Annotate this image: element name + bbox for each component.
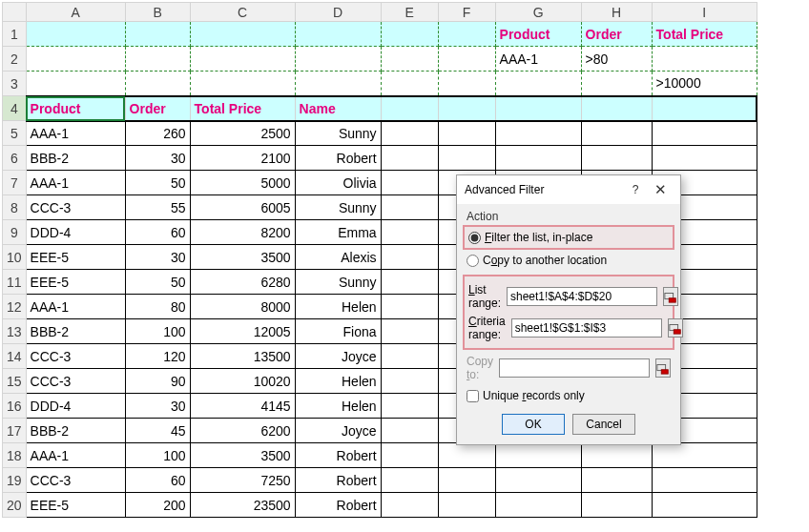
cell-A11[interactable]: EEE-5 bbox=[26, 270, 125, 295]
cell-A18[interactable]: AAA-1 bbox=[26, 443, 125, 468]
row-header-12[interactable]: 12 bbox=[3, 295, 27, 319]
cell-E9[interactable] bbox=[381, 220, 438, 245]
cell-D19[interactable]: Robert bbox=[295, 468, 381, 493]
cell-H6[interactable] bbox=[581, 146, 652, 171]
cell-F3[interactable] bbox=[438, 72, 495, 96]
cell-D13[interactable]: Fiona bbox=[295, 319, 381, 344]
cell-D17[interactable]: Joyce bbox=[295, 419, 381, 443]
criteria-range-picker[interactable] bbox=[668, 318, 683, 338]
row-header-7[interactable]: 7 bbox=[3, 171, 27, 195]
cell-E4[interactable] bbox=[381, 96, 438, 121]
copy-to-picker[interactable] bbox=[655, 358, 671, 378]
cell-A2[interactable] bbox=[26, 47, 125, 72]
cell-A4[interactable]: Product bbox=[26, 96, 125, 121]
cell-F18[interactable] bbox=[438, 443, 495, 468]
cell-A15[interactable]: CCC-3 bbox=[26, 369, 125, 394]
cell-B1[interactable] bbox=[125, 22, 190, 47]
cell-D10[interactable]: Alexis bbox=[295, 245, 381, 270]
cell-A12[interactable]: AAA-1 bbox=[26, 295, 125, 319]
row-header-5[interactable]: 5 bbox=[3, 121, 27, 146]
cell-C2[interactable] bbox=[190, 47, 295, 72]
col-header-B[interactable]: B bbox=[125, 3, 190, 22]
cell-B20[interactable]: 200 bbox=[125, 493, 190, 518]
cell-B7[interactable]: 50 bbox=[125, 171, 190, 195]
cell-G2[interactable]: AAA-1 bbox=[495, 47, 581, 72]
criteria-range-input[interactable] bbox=[511, 318, 662, 338]
cell-H1[interactable]: Order bbox=[581, 22, 652, 47]
row-header-15[interactable]: 15 bbox=[3, 369, 27, 394]
cell-F1[interactable] bbox=[438, 22, 495, 47]
cell-D7[interactable]: Olivia bbox=[295, 171, 381, 195]
cell-D3[interactable] bbox=[295, 72, 381, 96]
cell-A3[interactable] bbox=[26, 72, 125, 96]
cell-A8[interactable]: CCC-3 bbox=[26, 195, 125, 220]
cell-G3[interactable] bbox=[495, 72, 581, 96]
cell-D16[interactable]: Helen bbox=[295, 394, 381, 419]
cell-C9[interactable]: 8200 bbox=[190, 220, 295, 245]
cell-C16[interactable]: 4145 bbox=[190, 394, 295, 419]
col-header-I[interactable]: I bbox=[652, 3, 757, 22]
cell-E16[interactable] bbox=[381, 394, 438, 419]
cell-C13[interactable]: 12005 bbox=[190, 319, 295, 344]
row-header-19[interactable]: 19 bbox=[3, 468, 27, 493]
cell-C3[interactable] bbox=[190, 72, 295, 96]
cell-D11[interactable]: Sunny bbox=[295, 270, 381, 295]
cell-F2[interactable] bbox=[438, 47, 495, 72]
ok-button[interactable]: OK bbox=[502, 414, 565, 435]
cell-E7[interactable] bbox=[381, 171, 438, 195]
cell-D2[interactable] bbox=[295, 47, 381, 72]
row-header-13[interactable]: 13 bbox=[3, 319, 27, 344]
cell-E8[interactable] bbox=[381, 195, 438, 220]
cell-B19[interactable]: 60 bbox=[125, 468, 190, 493]
cell-E10[interactable] bbox=[381, 245, 438, 270]
cell-B13[interactable]: 100 bbox=[125, 319, 190, 344]
cell-D20[interactable]: Robert bbox=[295, 493, 381, 518]
cell-F5[interactable] bbox=[438, 121, 495, 146]
cell-A13[interactable]: BBB-2 bbox=[26, 319, 125, 344]
cell-G6[interactable] bbox=[495, 146, 581, 171]
row-header-16[interactable]: 16 bbox=[3, 394, 27, 419]
cell-C4[interactable]: Total Price bbox=[190, 96, 295, 121]
cell-G1[interactable]: Product bbox=[495, 22, 581, 47]
cell-D5[interactable]: Sunny bbox=[295, 121, 381, 146]
cell-C1[interactable] bbox=[190, 22, 295, 47]
col-header-G[interactable]: G bbox=[495, 3, 581, 22]
cell-D1[interactable] bbox=[295, 22, 381, 47]
cell-B17[interactable]: 45 bbox=[125, 419, 190, 443]
cell-E17[interactable] bbox=[381, 419, 438, 443]
cell-E12[interactable] bbox=[381, 295, 438, 319]
cell-F6[interactable] bbox=[438, 146, 495, 171]
cell-B11[interactable]: 50 bbox=[125, 270, 190, 295]
cell-E5[interactable] bbox=[381, 121, 438, 146]
row-header-17[interactable]: 17 bbox=[3, 419, 27, 443]
cell-A19[interactable]: CCC-3 bbox=[26, 468, 125, 493]
help-button[interactable]: ? bbox=[623, 183, 648, 196]
cell-B9[interactable]: 60 bbox=[125, 220, 190, 245]
row-header-2[interactable]: 2 bbox=[3, 47, 27, 72]
copy-to-location-radio[interactable]: Copy to another location bbox=[467, 252, 671, 269]
cell-H4[interactable] bbox=[581, 96, 652, 121]
cell-C10[interactable]: 3500 bbox=[190, 245, 295, 270]
cell-B3[interactable] bbox=[125, 72, 190, 96]
cell-D6[interactable]: Robert bbox=[295, 146, 381, 171]
cell-A10[interactable]: EEE-5 bbox=[26, 245, 125, 270]
cell-B10[interactable]: 30 bbox=[125, 245, 190, 270]
row-header-14[interactable]: 14 bbox=[3, 344, 27, 369]
col-header-H[interactable]: H bbox=[581, 3, 652, 22]
col-header-D[interactable]: D bbox=[295, 3, 381, 22]
cell-B18[interactable]: 100 bbox=[125, 443, 190, 468]
cell-E6[interactable] bbox=[381, 146, 438, 171]
row-header-18[interactable]: 18 bbox=[3, 443, 27, 468]
cell-C12[interactable]: 8000 bbox=[190, 295, 295, 319]
cell-B6[interactable]: 30 bbox=[125, 146, 190, 171]
cell-A1[interactable] bbox=[26, 22, 125, 47]
cell-C15[interactable]: 10020 bbox=[190, 369, 295, 394]
cell-E18[interactable] bbox=[381, 443, 438, 468]
filter-in-place-radio[interactable]: Filter the list, in-place bbox=[468, 229, 669, 246]
cell-B5[interactable]: 260 bbox=[125, 121, 190, 146]
cell-C8[interactable]: 6005 bbox=[190, 195, 295, 220]
cell-F4[interactable] bbox=[438, 96, 495, 121]
cell-A7[interactable]: AAA-1 bbox=[26, 171, 125, 195]
cell-A5[interactable]: AAA-1 bbox=[26, 121, 125, 146]
cell-A6[interactable]: BBB-2 bbox=[26, 146, 125, 171]
